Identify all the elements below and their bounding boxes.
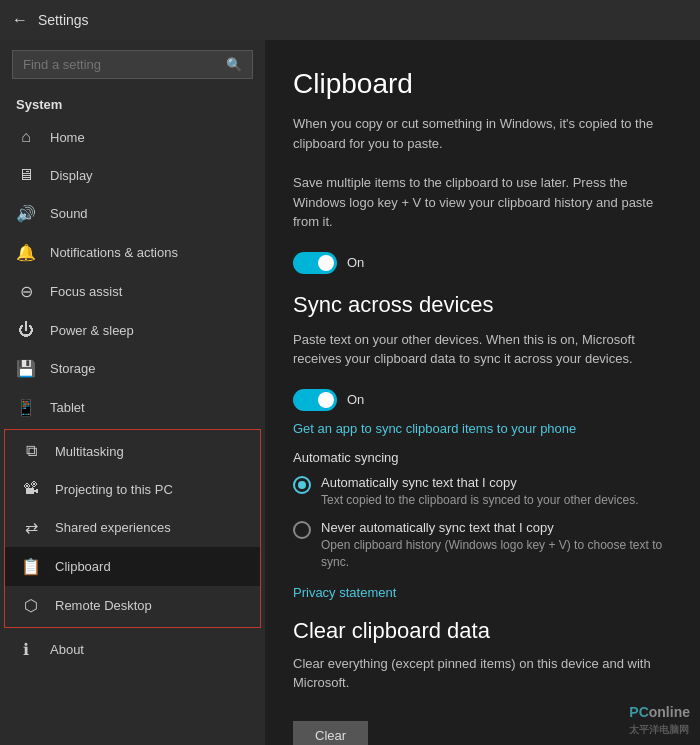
sync-link[interactable]: Get an app to sync clipboard items to yo…: [293, 421, 672, 436]
sidebar-item-projecting[interactable]: 📽 Projecting to this PC: [5, 470, 260, 508]
search-input[interactable]: [23, 57, 220, 72]
toggle1-row: On: [293, 252, 672, 274]
sidebar-item-label: Sound: [50, 206, 88, 221]
sidebar-item-remote[interactable]: ⬡ Remote Desktop: [5, 586, 260, 625]
toggle1-label: On: [347, 255, 364, 270]
tablet-icon: 📱: [16, 398, 36, 417]
sidebar-item-display[interactable]: 🖥 Display: [0, 156, 265, 194]
focus-assist-icon: ⊖: [16, 282, 36, 301]
radio-item-1[interactable]: Automatically sync text that I copy Text…: [293, 475, 672, 509]
sidebar-item-focus-assist[interactable]: ⊖ Focus assist: [0, 272, 265, 311]
projecting-icon: 📽: [21, 480, 41, 498]
sidebar-item-power-sleep[interactable]: ⏻ Power & sleep: [0, 311, 265, 349]
highlighted-nav-group: ⧉ Multitasking 📽 Projecting to this PC ⇄…: [4, 429, 261, 628]
sidebar-item-label: About: [50, 642, 84, 657]
radio1-main: Automatically sync text that I copy: [321, 475, 639, 490]
clear-button[interactable]: Clear: [293, 721, 368, 745]
sidebar-item-multitasking[interactable]: ⧉ Multitasking: [5, 432, 260, 470]
clear-section-title: Clear clipboard data: [293, 618, 672, 644]
radio2-sub: Open clipboard history (Windows logo key…: [321, 537, 672, 571]
titlebar-title: Settings: [38, 12, 89, 28]
sidebar-item-sound[interactable]: 🔊 Sound: [0, 194, 265, 233]
sidebar-item-storage[interactable]: 💾 Storage: [0, 349, 265, 388]
main-layout: 🔍 System ⌂ Home 🖥 Display 🔊 Sound 🔔 Noti…: [0, 40, 700, 745]
shared-icon: ⇄: [21, 518, 41, 537]
clipboard-icon: 📋: [21, 557, 41, 576]
radio1-sub: Text copied to the clipboard is synced t…: [321, 492, 639, 509]
sync-heading: Sync across devices: [293, 292, 672, 318]
sidebar-item-shared[interactable]: ⇄ Shared experiences: [5, 508, 260, 547]
clear-desc: Clear everything (except pinned items) o…: [293, 654, 672, 693]
sidebar-item-label: Home: [50, 130, 85, 145]
sidebar-item-notifications[interactable]: 🔔 Notifications & actions: [0, 233, 265, 272]
remote-icon: ⬡: [21, 596, 41, 615]
sidebar-item-label: Tablet: [50, 400, 85, 415]
back-button[interactable]: ←: [12, 11, 28, 29]
display-icon: 🖥: [16, 166, 36, 184]
page-title: Clipboard: [293, 68, 672, 100]
sidebar-item-label: Focus assist: [50, 284, 122, 299]
search-icon: 🔍: [226, 57, 242, 72]
radio-circle-1[interactable]: [293, 476, 311, 494]
radio-group: Automatically sync text that I copy Text…: [293, 475, 672, 571]
sidebar-item-label: Storage: [50, 361, 96, 376]
notifications-icon: 🔔: [16, 243, 36, 262]
titlebar: ← Settings: [0, 0, 700, 40]
intro-text: When you copy or cut something in Window…: [293, 114, 672, 153]
multitasking-icon: ⧉: [21, 442, 41, 460]
auto-sync-label: Automatic syncing: [293, 450, 672, 465]
privacy-link[interactable]: Privacy statement: [293, 585, 672, 600]
toggle2-label: On: [347, 392, 364, 407]
search-box[interactable]: 🔍: [12, 50, 253, 79]
power-icon: ⏻: [16, 321, 36, 339]
sidebar-item-label: Power & sleep: [50, 323, 134, 338]
sidebar-item-label: Notifications & actions: [50, 245, 178, 260]
content-area: Clipboard When you copy or cut something…: [265, 40, 700, 745]
sound-icon: 🔊: [16, 204, 36, 223]
clipboard-history-toggle[interactable]: [293, 252, 337, 274]
sidebar-item-about[interactable]: ℹ About: [0, 630, 265, 669]
sidebar-section-label: System: [0, 89, 265, 118]
sidebar-item-clipboard[interactable]: 📋 Clipboard: [5, 547, 260, 586]
radio-circle-2[interactable]: [293, 521, 311, 539]
sidebar-item-tablet[interactable]: 📱 Tablet: [0, 388, 265, 427]
sidebar-item-label: Shared experiences: [55, 520, 171, 535]
home-icon: ⌂: [16, 128, 36, 146]
radio2-main: Never automatically sync text that I cop…: [321, 520, 672, 535]
sidebar-item-label: Remote Desktop: [55, 598, 152, 613]
toggle2-row: On: [293, 389, 672, 411]
radio-item-2[interactable]: Never automatically sync text that I cop…: [293, 520, 672, 571]
storage-icon: 💾: [16, 359, 36, 378]
sidebar-item-label: Projecting to this PC: [55, 482, 173, 497]
sync-toggle[interactable]: [293, 389, 337, 411]
sidebar-item-home[interactable]: ⌂ Home: [0, 118, 265, 156]
sidebar: 🔍 System ⌂ Home 🖥 Display 🔊 Sound 🔔 Noti…: [0, 40, 265, 745]
sidebar-item-label: Multitasking: [55, 444, 124, 459]
about-icon: ℹ: [16, 640, 36, 659]
sidebar-item-label: Clipboard: [55, 559, 111, 574]
search-container: 🔍: [0, 40, 265, 89]
sidebar-item-label: Display: [50, 168, 93, 183]
sync-desc: Paste text on your other devices. When t…: [293, 330, 672, 369]
history-desc: Save multiple items to the clipboard to …: [293, 173, 672, 232]
